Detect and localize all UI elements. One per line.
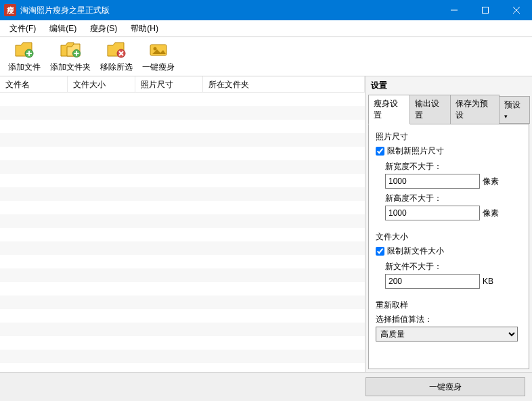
new-height-label: 新高度不大于： (385, 193, 522, 204)
add-file-icon (14, 40, 35, 60)
list-row (0, 336, 365, 350)
add-file-label: 添加文件 (8, 62, 41, 73)
list-row (0, 309, 365, 323)
limit-file-size-checkbox[interactable] (376, 247, 384, 256)
file-size-title: 文件大小 (376, 231, 522, 243)
toolbar: 添加文件 添加文件夹 移除所选 一键瘦身 (0, 37, 532, 76)
one-click-slim-button[interactable]: 一键瘦身 (138, 39, 179, 74)
width-unit: 像素 (483, 176, 499, 187)
limit-file-size-label: 限制新文件大小 (387, 245, 444, 257)
list-row (0, 228, 365, 241)
list-row (0, 133, 365, 147)
resample-title: 重新取样 (376, 300, 522, 311)
settings-tabs: 瘦身设置 输出设置 保存为预设 预设 (365, 95, 532, 124)
tab-output-settings[interactable]: 输出设置 (409, 95, 451, 124)
app-icon: 瘦 (4, 4, 16, 16)
remove-selected-icon (106, 40, 127, 60)
tab-slim-settings[interactable]: 瘦身设置 (368, 95, 410, 124)
list-row (0, 214, 365, 228)
add-folder-icon (60, 40, 81, 60)
list-row (0, 241, 365, 255)
menu-edit[interactable]: 编辑(E) (43, 21, 83, 37)
minimize-button[interactable] (439, 0, 470, 20)
group-photo-size: 照片尺寸 限制新照片尺寸 新宽度不大于： 像素 新高度不大于： (376, 131, 522, 220)
settings-title: 设置 (365, 76, 532, 95)
group-file-size: 文件大小 限制新文件大小 新文件不大于： KB (376, 231, 522, 289)
algo-label: 选择插值算法： (376, 314, 522, 325)
col-photosize[interactable]: 照片尺寸 (135, 76, 203, 92)
add-folder-button[interactable]: 添加文件夹 (46, 39, 95, 74)
list-row (0, 160, 365, 174)
remove-selected-button[interactable]: 移除所选 (96, 39, 137, 74)
menu-help[interactable]: 帮助(H) (124, 21, 165, 37)
new-height-input[interactable] (385, 206, 480, 220)
list-row (0, 93, 365, 106)
footer: 一键瘦身 (0, 373, 532, 401)
list-row (0, 350, 365, 363)
group-resample: 重新取样 选择插值算法： 高质量 (376, 300, 522, 341)
list-row (0, 323, 365, 336)
col-folder[interactable]: 所在文件夹 (203, 76, 365, 92)
new-width-input[interactable] (385, 174, 480, 189)
titlebar: 瘦 淘淘照片瘦身之星正式版 (0, 0, 532, 20)
menu-file[interactable]: 文件(F) (3, 21, 43, 37)
filesize-unit: KB (483, 277, 493, 286)
remove-selected-label: 移除所选 (100, 62, 133, 73)
list-row (0, 174, 365, 187)
list-row (0, 147, 365, 160)
one-click-slim-icon (148, 40, 169, 60)
tab-preset-dropdown[interactable]: 预设 (499, 96, 530, 124)
list-row (0, 282, 365, 296)
run-one-click-button[interactable]: 一键瘦身 (365, 377, 525, 396)
file-list-panel: 文件名 文件大小 照片尺寸 所在文件夹 (0, 76, 365, 372)
list-row (0, 201, 365, 214)
one-click-slim-label: 一键瘦身 (142, 62, 175, 73)
tab-body: 照片尺寸 限制新照片尺寸 新宽度不大于： 像素 新高度不大于： (368, 124, 529, 369)
window-title: 淘淘照片瘦身之星正式版 (20, 5, 439, 16)
list-row (0, 120, 365, 133)
photo-size-title: 照片尺寸 (376, 131, 522, 143)
col-filesize[interactable]: 文件大小 (68, 76, 135, 92)
new-filesize-label: 新文件不大于： (385, 261, 522, 273)
list-row (0, 296, 365, 309)
list-row (0, 268, 365, 282)
height-unit: 像素 (483, 208, 499, 219)
svg-point-14 (154, 47, 157, 51)
menu-slim[interactable]: 瘦身(S) (83, 21, 124, 37)
col-filename[interactable]: 文件名 (0, 76, 68, 92)
tab-save-preset[interactable]: 保存为预设 (450, 95, 500, 124)
close-button[interactable] (501, 0, 532, 20)
settings-panel: 设置 瘦身设置 输出设置 保存为预设 预设 照片尺寸 限制新照片尺寸 新宽度不大… (365, 76, 532, 372)
list-row (0, 187, 365, 201)
maximize-button[interactable] (470, 0, 501, 20)
new-filesize-input[interactable] (385, 274, 480, 289)
add-folder-label: 添加文件夹 (50, 62, 91, 73)
limit-photo-size-checkbox[interactable] (376, 147, 384, 156)
svg-rect-1 (483, 7, 489, 14)
list-row (0, 255, 365, 268)
new-width-label: 新宽度不大于： (385, 161, 522, 172)
limit-photo-size-label: 限制新照片尺寸 (387, 145, 444, 157)
menubar: 文件(F) 编辑(E) 瘦身(S) 帮助(H) (0, 20, 532, 37)
list-row (0, 106, 365, 120)
list-rows[interactable] (0, 93, 365, 372)
algo-select[interactable]: 高质量 (376, 327, 518, 341)
add-file-button[interactable]: 添加文件 (4, 39, 45, 74)
list-header: 文件名 文件大小 照片尺寸 所在文件夹 (0, 76, 365, 93)
